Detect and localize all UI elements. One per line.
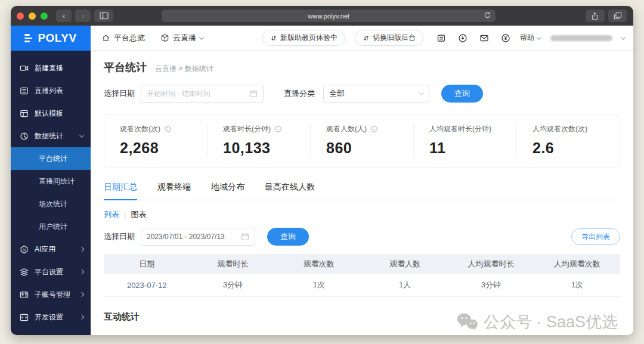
- ai-icon: AI: [20, 245, 29, 254]
- stat-value: 860: [326, 140, 398, 157]
- sidebar-item-ai-apps[interactable]: AI AI应用: [11, 238, 91, 261]
- nav-cloud-live[interactable]: 云直播: [160, 33, 203, 44]
- toggle-list[interactable]: 列表: [104, 209, 119, 220]
- stat-label: 观看次数(次): [120, 124, 160, 134]
- stat-value: 11: [429, 140, 501, 157]
- date-summary-table: 日期 观看时长 观看次数 观看人数 人均观看时长 人均观看次数 2023-07-…: [104, 254, 620, 297]
- tab-overview-icon[interactable]: [608, 10, 627, 22]
- date-query-value: 2023/07/01 - 2023/07/13: [147, 233, 236, 241]
- watermark: 公众号 · SaaS优选: [456, 311, 618, 333]
- url-text: www.polyv.net: [308, 13, 350, 20]
- export-list-button[interactable]: 导出列表: [571, 228, 620, 245]
- calendar-icon: [249, 89, 258, 98]
- help-label: 帮助: [520, 33, 534, 43]
- sidebar-item-platform-settings[interactable]: 平台设置: [11, 261, 91, 283]
- tab-region-distribution[interactable]: 地域分布: [211, 182, 244, 200]
- filter-query-button[interactable]: 查询: [441, 85, 483, 103]
- swap-icon: [270, 35, 277, 42]
- chevron-down-icon: [199, 35, 204, 39]
- view-toggle: 列表 | 图表: [104, 209, 620, 220]
- tab-max-online[interactable]: 最高在线人数: [265, 182, 315, 200]
- home-icon: [101, 33, 110, 42]
- reload-icon[interactable]: [484, 11, 491, 20]
- sidebar-item-live-list[interactable]: 直播列表: [11, 79, 91, 102]
- chevron-down-icon: [79, 132, 84, 137]
- chevron-right-icon: [79, 247, 84, 252]
- watermark-text: 公众号 · SaaS优选: [484, 311, 618, 333]
- main-content: 平台统计 云直播 > 数据统计 选择日期 开始时间 - 结束时间 直播分类 全部…: [91, 51, 633, 335]
- close-window-button[interactable]: [17, 13, 24, 20]
- sidebar-item-label: 数据统计: [35, 131, 63, 141]
- sidebar-item-label: 默认模板: [35, 109, 63, 119]
- swap-icon: [363, 35, 370, 42]
- minimize-window-button[interactable]: [29, 13, 36, 20]
- sidebar-item-data-statistics[interactable]: 数据统计: [11, 125, 91, 147]
- chevron-right-icon: [79, 292, 84, 297]
- tab-view-terminal[interactable]: 观看终端: [157, 182, 191, 200]
- download-center-icon[interactable]: [454, 30, 471, 46]
- id-card-icon: [20, 290, 29, 299]
- cell-viewers: 1人: [362, 274, 448, 296]
- notice-list-icon[interactable]: [433, 30, 450, 46]
- stats-panel: 观看次数(次) 2,268 观看时长(分钟) 10,133: [104, 114, 620, 168]
- menu-icon[interactable]: [24, 34, 32, 42]
- date-query-input[interactable]: 2023/07/01 - 2023/07/13: [141, 228, 255, 246]
- sidebar-item-label: 开发设置: [35, 312, 63, 323]
- category-select[interactable]: 全部: [323, 85, 429, 103]
- info-icon[interactable]: [164, 125, 172, 133]
- list-icon: [20, 86, 29, 95]
- sidebar-item-platform-statistics[interactable]: 平台统计: [11, 147, 91, 170]
- nav-platform-overview[interactable]: 平台总览: [101, 33, 145, 44]
- info-icon[interactable]: [274, 125, 282, 133]
- traffic-lights: [17, 13, 48, 20]
- stat-label: 人均观看时长(分钟): [429, 124, 491, 134]
- col-avg-duration: 人均观看时长: [448, 254, 534, 274]
- stat-viewer-count: 观看人数(人) 860: [311, 124, 414, 157]
- cell-avg-duration: 3分钟: [448, 274, 534, 296]
- logo-text: POLYV: [38, 32, 76, 45]
- sidebar-item-default-template[interactable]: 默认模板: [11, 102, 91, 125]
- stat-label: 观看人数(人): [326, 124, 367, 134]
- new-version-pill-button[interactable]: 新版助教页体验中: [262, 30, 345, 46]
- switch-old-version-pill-button[interactable]: 切换旧版后台: [355, 30, 423, 46]
- app-topbar: 平台总览 云直播 新版助教页体验中 切换旧版后台: [91, 26, 633, 51]
- message-icon[interactable]: [476, 30, 493, 46]
- sidebar-subitem-label: 平台统计: [39, 154, 67, 164]
- account-name-redacted[interactable]: [550, 35, 612, 41]
- sidebar-item-developer-settings[interactable]: 开发设置: [11, 306, 91, 328]
- col-viewers: 观看人数: [362, 254, 448, 274]
- pie-chart-icon: [20, 132, 29, 141]
- stat-avg-duration: 人均观看时长(分钟) 11: [414, 124, 517, 157]
- sidebar-item-new-live[interactable]: 新建直播: [11, 57, 91, 79]
- finance-icon[interactable]: [497, 30, 514, 46]
- account-chevron-down-icon[interactable]: [621, 35, 626, 39]
- forward-button[interactable]: ›: [75, 10, 91, 22]
- info-icon[interactable]: [370, 125, 378, 133]
- browser-chrome: ‹ › www.polyv.net: [11, 6, 633, 26]
- zoom-window-button[interactable]: [41, 13, 48, 20]
- date-query-button[interactable]: 查询: [267, 228, 309, 246]
- chevron-down-icon: [537, 35, 541, 39]
- sidebar-item-user-statistics[interactable]: 用户统计: [11, 215, 91, 238]
- address-bar[interactable]: www.polyv.net: [162, 10, 496, 22]
- sidebar-toggle-icon[interactable]: [94, 10, 113, 22]
- page-title: 平台统计: [104, 60, 147, 75]
- toggle-chart[interactable]: 图表: [131, 209, 146, 220]
- date-filter-label: 选择日期: [104, 88, 135, 99]
- share-icon[interactable]: [586, 10, 605, 22]
- tab-date-summary[interactable]: 日期汇总: [104, 182, 137, 200]
- back-button[interactable]: ‹: [56, 10, 72, 22]
- col-duration: 观看时长: [190, 254, 275, 274]
- sidebar-item-session-statistics[interactable]: 场次统计: [11, 193, 91, 215]
- layers-icon: [20, 268, 29, 277]
- date-range-placeholder: 开始时间 - 结束时间: [147, 89, 244, 99]
- sidebar-item-subaccount-management[interactable]: 子账号管理: [11, 283, 91, 306]
- col-views: 观看次数: [276, 254, 362, 274]
- help-menu[interactable]: 帮助: [520, 33, 541, 43]
- cell-date: 2023-07-12: [104, 274, 190, 296]
- cube-icon: [160, 33, 169, 42]
- calendar-icon: [241, 233, 249, 241]
- sidebar-item-liveroom-statistics[interactable]: 直播间统计: [11, 170, 91, 193]
- date-range-input[interactable]: 开始时间 - 结束时间: [141, 85, 264, 103]
- sidebar-item-label: 直播列表: [35, 86, 63, 96]
